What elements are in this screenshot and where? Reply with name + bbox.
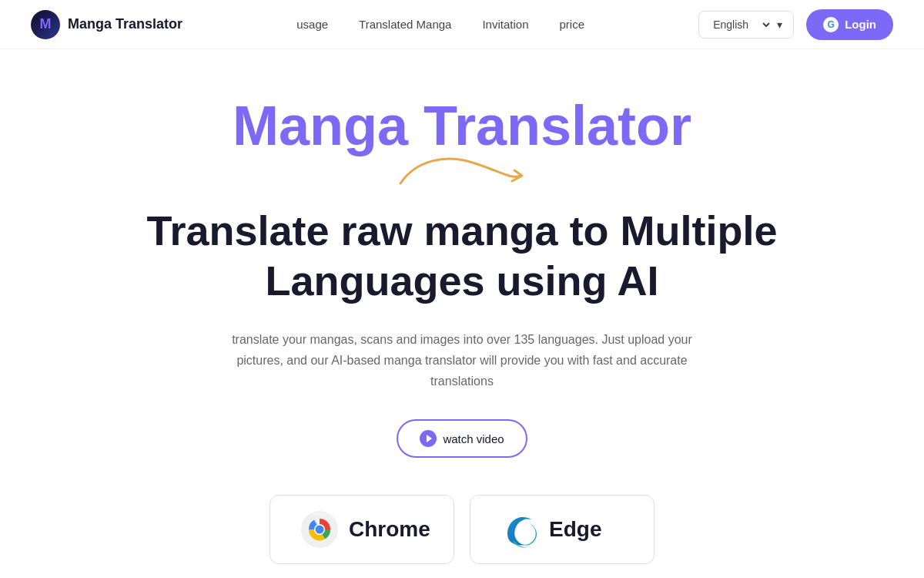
- watch-video-button[interactable]: watch video: [397, 419, 527, 458]
- nav-link-usage[interactable]: usage: [296, 18, 328, 31]
- hero-tagline-line1: Translate raw manga to Multiple: [146, 207, 777, 254]
- logo-text: Manga Translator: [68, 16, 182, 32]
- edge-label: Edge: [549, 517, 601, 542]
- nav-link-translated-manga[interactable]: Translated Manga: [359, 18, 451, 31]
- login-label: Login: [845, 18, 876, 31]
- edge-button[interactable]: Edge: [470, 495, 654, 564]
- google-icon: G: [823, 17, 839, 32]
- logo-inner: M: [32, 11, 59, 39]
- edge-icon: [501, 511, 538, 548]
- watch-video-label: watch video: [443, 432, 504, 445]
- logo-icon: M: [31, 10, 60, 39]
- chrome-label: Chrome: [349, 517, 430, 542]
- chrome-icon: [301, 511, 338, 548]
- chevron-down-icon: ▾: [777, 18, 782, 31]
- hero-tagline-line2: Languages using AI: [265, 257, 658, 304]
- language-selector[interactable]: English Japanese Korean Chinese Spanish …: [698, 11, 794, 39]
- chrome-button[interactable]: Chrome: [270, 495, 454, 564]
- swirl-arrow-icon: [385, 149, 539, 198]
- nav-item-invitation[interactable]: Invitation: [482, 18, 528, 32]
- hero-description: translate your mangas, scans and images …: [216, 329, 708, 392]
- logo-link[interactable]: M Manga Translator: [31, 10, 182, 39]
- nav-menu: usage Translated Manga Invitation price: [296, 18, 584, 32]
- hero-brand: Manga Translator: [233, 96, 691, 156]
- svg-rect-3: [312, 512, 327, 516]
- navbar-right: English Japanese Korean Chinese Spanish …: [698, 9, 893, 40]
- nav-link-invitation[interactable]: Invitation: [482, 18, 528, 31]
- svg-point-2: [316, 526, 324, 534]
- nav-item-translated-manga[interactable]: Translated Manga: [359, 18, 451, 32]
- login-button[interactable]: G Login: [806, 9, 893, 40]
- browser-buttons: Chrome: [270, 495, 654, 564]
- nav-item-usage[interactable]: usage: [296, 18, 328, 32]
- nav-item-price[interactable]: price: [559, 18, 584, 32]
- navbar: M Manga Translator usage Translated Mang…: [0, 0, 924, 49]
- nav-link-price[interactable]: price: [559, 18, 584, 31]
- language-dropdown[interactable]: English Japanese Korean Chinese Spanish …: [710, 18, 772, 32]
- play-icon: [420, 430, 437, 447]
- hero-tagline: Translate raw manga to Multiple Language…: [146, 206, 777, 306]
- hero-section: Manga Translator Translate raw manga to …: [0, 49, 924, 578]
